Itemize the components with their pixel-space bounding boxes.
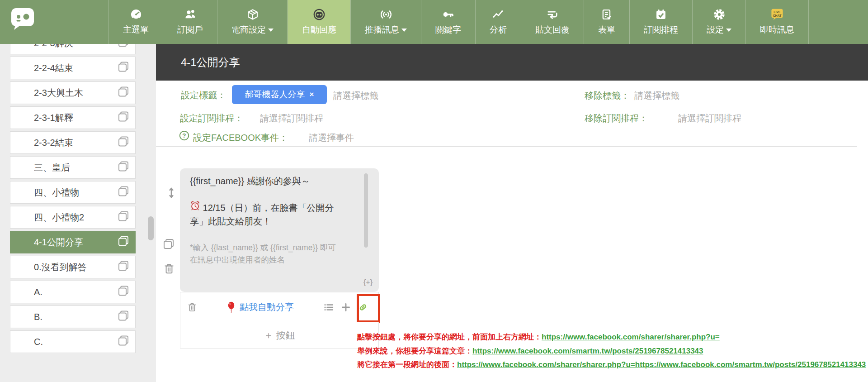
list-icon[interactable]	[323, 302, 334, 313]
message-line-2: 12/15（日）前，在臉書「公開分享」此貼文給朋友！	[190, 201, 346, 228]
sidebar-item[interactable]: 2-3-1解釋	[10, 106, 136, 129]
balloon-icon	[227, 301, 236, 313]
sidebar-item-label: A.	[34, 287, 42, 297]
share-button-row: 點我自動分享	[180, 292, 379, 322]
nav-tab-label: 貼文回覆	[535, 24, 570, 36]
duplicate-icon[interactable]	[118, 186, 129, 199]
duplicate-icon[interactable]	[118, 111, 129, 124]
annotation-line: 將它接在第一段網址的後面：https://www.facebook.com/sh…	[357, 358, 866, 372]
message-text-editor[interactable]: {{first_name}} 感謝你的參與～ 12/15（日）前，在臉書「公開分…	[180, 168, 379, 292]
sidebar-item[interactable]: C.	[10, 330, 136, 353]
remove-tag-placeholder[interactable]: 請選擇標籤	[634, 90, 679, 102]
annotation-link[interactable]: https://www.facebook.com/sharer/sharer.p…	[542, 333, 720, 341]
duplicate-icon[interactable]	[118, 161, 129, 174]
nav-tab-12[interactable]: LIVECHAT即時訊息	[745, 0, 809, 44]
sidebar-item-label: 四、小禮物2	[34, 211, 84, 224]
add-button-label: ＋ 按鈕	[264, 329, 295, 342]
drag-handle-icon[interactable]	[165, 186, 178, 199]
sidebar-item[interactable]: 2-3-2結束	[10, 131, 136, 154]
duplicate-icon[interactable]	[118, 86, 129, 100]
sidebar-item[interactable]: 三、皇后	[10, 156, 136, 179]
robot-icon	[313, 8, 326, 21]
tag-chip[interactable]: 郝哥機器人分享 ×	[232, 85, 327, 104]
sidebar-scrollbar-thumb[interactable]	[148, 216, 154, 240]
nav-tab-8[interactable]: 貼文回覆	[521, 0, 584, 44]
nav-tab-9[interactable]: 表單	[584, 0, 629, 44]
chevron-down-icon	[726, 29, 731, 32]
help-question-icon[interactable]: ?	[179, 130, 190, 141]
svg-text:CHAT: CHAT	[773, 14, 782, 17]
tag-select-placeholder[interactable]: 請選擇標籤	[333, 90, 378, 102]
bubble-scrollbar-thumb[interactable]	[364, 173, 368, 248]
nav-tab-6[interactable]: 關鍵字	[421, 0, 475, 44]
annotation-line: 點擊按鈕處，將你要分享的網址，前面加上右方網址：https://www.face…	[357, 330, 866, 344]
insert-variable-button[interactable]: {+}	[363, 276, 373, 289]
sidebar-item-label: 0.沒看到解答	[34, 261, 87, 273]
nav-tab-label: 設定	[707, 24, 724, 36]
fb-event-label: 設定FACEBOOK事件：	[193, 132, 288, 144]
nav-tab-4[interactable]: 自動回應	[288, 0, 350, 44]
sidebar-item[interactable]: 0.沒看到解答	[10, 256, 136, 278]
tag-chip-close-icon[interactable]: ×	[310, 90, 314, 99]
fb-event-placeholder[interactable]: 請選擇事件	[309, 132, 354, 144]
reply-node-list: 2-2-3解決2-2-4結束2-3大興土木2-3-1解釋2-3-2結束三、皇后四…	[10, 32, 136, 355]
nav-tab-label: 主選單	[123, 24, 149, 36]
sidebar-item-label: 2-3-2結束	[34, 137, 73, 149]
duplicate-icon[interactable]	[118, 310, 129, 324]
nav-tab-label: 分析	[490, 24, 507, 36]
nav-tabs: 主選單訂閱戶電商設定自動回應推播訊息關鍵字分析貼文回覆表單訂閱排程設定LIVEC…	[108, 0, 809, 44]
duplicate-icon[interactable]	[118, 335, 129, 349]
nav-tab-5[interactable]: 推播訊息	[350, 0, 421, 44]
duplicate-icon[interactable]	[118, 261, 129, 274]
tag-chip-text: 郝哥機器人分享	[245, 89, 305, 100]
form-icon	[600, 8, 613, 21]
nav-tab-11[interactable]: 設定	[692, 0, 745, 44]
sidebar-item[interactable]: 四、小禮物	[10, 181, 136, 204]
tutorial-annotations: 點擊按鈕處，將你要分享的網址，前面加上右方網址：https://www.face…	[357, 330, 866, 372]
broadcast-icon	[380, 8, 392, 21]
duplicate-icon[interactable]	[118, 286, 129, 299]
sidebar-item-label: 2-3-1解釋	[34, 112, 73, 124]
gear-icon	[713, 8, 726, 21]
sidebar-item[interactable]: 4-1公開分享	[10, 231, 136, 253]
nav-tab-2[interactable]: 訂閱戶	[163, 0, 217, 44]
sidebar-item[interactable]: A.	[10, 281, 136, 303]
post-reply-icon	[546, 8, 559, 21]
plus-icon[interactable]	[340, 302, 351, 313]
sidebar-item[interactable]: B.	[10, 306, 136, 328]
svg-text:LIVE: LIVE	[774, 10, 781, 14]
sidebar-item[interactable]: 2-3大興土木	[10, 81, 136, 104]
sidebar-item[interactable]: 2-2-4結束	[10, 57, 136, 79]
schedule-placeholder[interactable]: 請選擇訂閱排程	[260, 112, 323, 124]
remove-schedule-label: 移除訂閱排程：	[585, 112, 648, 124]
duplicate-icon[interactable]	[118, 136, 129, 149]
top-nav-bar: 主選單訂閱戶電商設定自動回應推播訊息關鍵字分析貼文回覆表單訂閱排程設定LIVEC…	[0, 0, 868, 44]
nav-tab-label: 訂閱排程	[644, 24, 678, 36]
add-button-row[interactable]: ＋ 按鈕	[180, 322, 379, 349]
page-title: 4-1公開分享	[181, 55, 240, 70]
nav-tab-label: 即時訊息	[760, 24, 794, 36]
delete-button-icon[interactable]	[187, 302, 198, 313]
duplicate-icon[interactable]	[118, 211, 129, 224]
nav-tab-1[interactable]: 主選單	[108, 0, 163, 44]
sidebar-item-label: 2-3大興土木	[34, 87, 83, 99]
remove-tag-label: 移除標籤：	[585, 90, 630, 102]
livechat-icon: LIVECHAT	[771, 8, 783, 21]
duplicate-icon[interactable]	[118, 236, 129, 249]
nav-tab-3[interactable]: 電商設定	[217, 0, 288, 44]
chevron-down-icon	[268, 29, 274, 32]
nav-tab-7[interactable]: 分析	[475, 0, 521, 44]
bot-chat-logo[interactable]	[11, 8, 34, 32]
annotation-link[interactable]: https://www.facebook.com/smartm.tw/posts…	[472, 347, 703, 355]
sidebar-item[interactable]: 四、小禮物2	[10, 206, 136, 229]
duplicate-message-icon[interactable]	[163, 239, 174, 251]
chain-link-icon[interactable]	[358, 302, 368, 313]
variable-hint: *輸入 {{last_name}} 或 {{first_name}} 即可 在訊…	[190, 242, 363, 266]
share-button[interactable]: 點我自動分享	[198, 301, 323, 313]
duplicate-icon[interactable]	[118, 62, 129, 75]
nav-tab-10[interactable]: 訂閱排程	[629, 0, 692, 44]
sidebar-item-label: C.	[34, 337, 43, 347]
delete-message-icon[interactable]	[163, 263, 175, 275]
remove-schedule-placeholder[interactable]: 請選擇訂閱排程	[678, 112, 741, 124]
annotation-link[interactable]: https://www.facebook.com/sharer/sharer.p…	[457, 360, 866, 369]
